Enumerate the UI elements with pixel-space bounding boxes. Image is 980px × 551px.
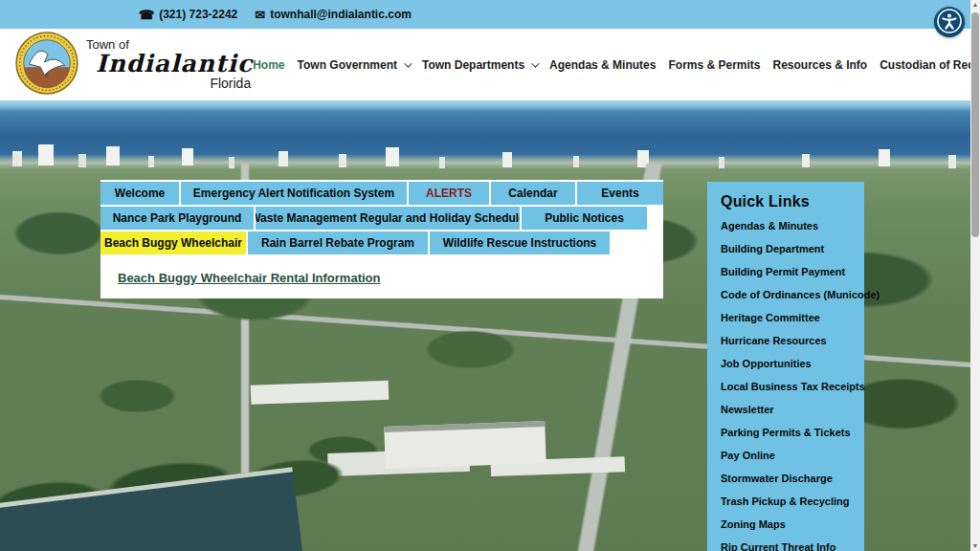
quick-link-agendas-minutes[interactable]: Agendas & Minutes <box>721 220 864 231</box>
town-seal-icon <box>15 32 78 99</box>
quick-link-rip-current-threat-info[interactable]: Rip Current Threat Info <box>721 541 864 551</box>
nav-town-departments[interactable]: Town Departments <box>422 58 537 72</box>
quick-links-sidebar: Quick Links Agendas & Minutes Building D… <box>707 182 864 551</box>
tab-nance-park-playground[interactable]: Nance Park Playground <box>100 207 254 230</box>
accessibility-button[interactable] <box>934 7 965 37</box>
quick-link-trash-pickup-recycling[interactable]: Trash Pickup & Recycling <box>721 496 864 507</box>
quick-link-pay-online[interactable]: Pay Online <box>721 450 864 461</box>
quick-link-parking-permits-tickets[interactable]: Parking Permits & Tickets <box>721 427 864 438</box>
scroll-up-arrow-icon[interactable]: ▲ <box>970 0 980 10</box>
quick-link-hurricane-resources[interactable]: Hurricane Resources <box>721 335 864 346</box>
nav-custodian-of-records[interactable]: Custodian of Records <box>880 58 980 72</box>
quick-link-local-business-tax-receipts[interactable]: Local Business Tax Receipts <box>721 381 864 392</box>
nav-town-government[interactable]: Town Government <box>298 58 410 72</box>
logo-suffix: Florida <box>210 77 251 91</box>
vertical-scrollbar[interactable]: ▲ ▼ <box>970 0 980 551</box>
phone-icon: ☎ <box>139 9 154 21</box>
accessibility-icon <box>935 7 964 38</box>
tab-rain-barrel-rebate-program[interactable]: Rain Barrel Rebate Program <box>248 231 428 254</box>
quick-link-zoning-maps[interactable]: Zoning Maps <box>721 518 864 530</box>
envelope-icon: ✉ <box>255 9 265 21</box>
phone-link[interactable]: ☎ (321) 723-2242 <box>139 8 237 21</box>
announcement-tab-panel: Welcome Emergency Alert Notification Sys… <box>100 180 663 298</box>
tab-calendar[interactable]: Calendar <box>491 182 575 205</box>
contact-group: ☎ (321) 723-2242 ✉ townhall@indialantic.… <box>139 8 412 21</box>
tab-public-notices[interactable]: Public Notices <box>522 207 647 230</box>
phone-number: (321) 723-2242 <box>159 8 237 21</box>
quick-link-job-opportunities[interactable]: Job Opportunities <box>721 358 864 369</box>
nav-agendas-minutes[interactable]: Agendas & Minutes <box>549 58 656 72</box>
site-header: Town of Indialantic Florida Home Town Go… <box>0 29 980 100</box>
tab-beach-buggy-wheelchair[interactable]: Beach Buggy Wheelchair <box>100 231 246 254</box>
tab-events[interactable]: Events <box>577 182 663 205</box>
scroll-down-arrow-icon[interactable]: ▼ <box>970 541 980 551</box>
beach-buggy-rental-info-link[interactable]: Beach Buggy Wheelchair Rental Informatio… <box>118 271 381 285</box>
main-nav: Home Town Government Town Departments Ag… <box>253 55 980 75</box>
quick-link-building-permit-payment[interactable]: Building Permit Payment <box>721 266 864 277</box>
tab-row-2: Nance Park Playground Waste Management R… <box>100 207 663 230</box>
email-link[interactable]: ✉ townhall@indialantic.com <box>255 8 412 21</box>
tab-row-3: Beach Buggy Wheelchair Rain Barrel Rebat… <box>100 231 663 254</box>
site-logo[interactable]: Town of Indialantic Florida <box>15 32 253 99</box>
nav-home[interactable]: Home <box>253 58 284 72</box>
quick-link-heritage-committee[interactable]: Heritage Committee <box>721 312 864 323</box>
quick-links-title: Quick Links <box>721 193 864 210</box>
quick-link-building-department[interactable]: Building Department <box>721 243 864 254</box>
logo-name: Indialantic <box>96 52 253 77</box>
nav-resources-info[interactable]: Resources & Info <box>773 58 868 72</box>
email-address: townhall@indialantic.com <box>270 8 412 21</box>
town-hall-building <box>384 421 546 469</box>
top-contact-bar: ☎ (321) 723-2242 ✉ townhall@indialantic.… <box>0 0 980 29</box>
chevron-down-icon <box>404 59 412 67</box>
quick-link-newsletter[interactable]: Newsletter <box>721 404 864 415</box>
logo-text: Town of Indialantic Florida <box>86 38 253 91</box>
quick-link-stormwater-discharge[interactable]: Stormwater Discharge <box>721 473 864 484</box>
quick-link-code-of-ordinances[interactable]: Code of Ordinances (Municode) <box>721 289 864 300</box>
tab-wildlife-rescue-instructions[interactable]: Wildlife Rescue Instructions <box>430 231 610 254</box>
tab-waste-management-schedule[interactable]: Waste Management Regular and Holiday Sch… <box>256 207 520 230</box>
tab-emergency-alert-notification-system[interactable]: Emergency Alert Notification System <box>181 182 407 205</box>
tab-row-1: Welcome Emergency Alert Notification Sys… <box>100 182 663 205</box>
tab-alerts[interactable]: ALERTS <box>409 182 489 205</box>
tab-content-area: Beach Buggy Wheelchair Rental Informatio… <box>100 256 663 298</box>
tab-welcome[interactable]: Welcome <box>100 182 179 205</box>
scrollbar-thumb[interactable] <box>971 12 979 237</box>
chevron-down-icon <box>531 59 539 67</box>
nav-forms-permits[interactable]: Forms & Permits <box>668 58 760 72</box>
